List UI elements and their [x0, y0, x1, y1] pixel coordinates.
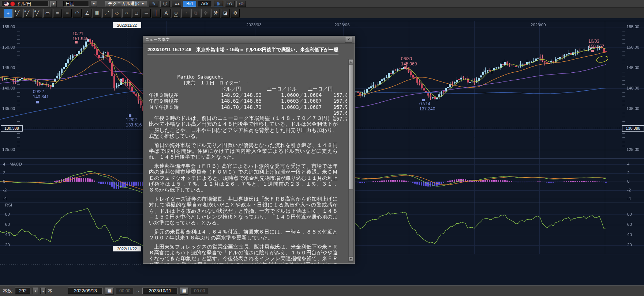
parallel-line-icon: ＝	[55, 10, 60, 16]
annotation-date: 12/02	[126, 117, 142, 122]
to-date-input[interactable]: 2023/10/11	[142, 288, 177, 294]
fibonacci-fan-tool[interactable]: ∠	[83, 9, 91, 18]
scrollbar[interactable]: ▲ ▼	[348, 59, 353, 262]
vertical-lines-tool[interactable]: ‖‖	[93, 9, 101, 18]
news-window-title: ニュース本文	[145, 37, 170, 42]
crosshair-tool[interactable]: ＋	[4, 9, 12, 18]
chevron-down-icon: ▼	[34, 290, 37, 292]
price-axis-label: 135.00	[2, 106, 15, 111]
price-axis-label: 145.00	[2, 65, 15, 70]
close-icon[interactable]: ✕	[345, 37, 352, 43]
to-calendar-icon[interactable]: ▦	[180, 288, 188, 295]
news-body: Mariko Sakaguchi ［東京 １１日 ロイター］ - ドル／円 ユー…	[143, 57, 347, 263]
zoom-in-icon[interactable]: ↕⊕	[236, 1, 246, 7]
ruler-icon: ▭	[45, 10, 50, 16]
scroll-down-icon[interactable]: ▼	[349, 257, 353, 261]
selected-date-label: 2022/11/22	[113, 246, 141, 251]
price-axis-label: 125.00	[2, 147, 15, 152]
zoom-out-icon[interactable]: ↕⊖	[225, 1, 235, 7]
chart-annotation: 10/21151.945	[72, 31, 88, 41]
draw-mode-icon[interactable]: ✎	[149, 1, 158, 7]
fibonacci-arc-icon: ◠	[75, 10, 79, 16]
annotation-date: 10/21	[72, 31, 88, 36]
wrench-tool[interactable]: ⚒	[211, 9, 220, 18]
text-tool[interactable]: A	[162, 9, 171, 18]
chart-annotation: 09/22140.341	[33, 89, 49, 99]
vertical-line-tool[interactable]: │	[152, 9, 161, 18]
ruler-tool[interactable]: ▭	[43, 9, 52, 18]
rates-header-eurjpy: ユーロ／円	[308, 86, 333, 92]
fibonacci-fan-icon: ∠	[85, 10, 89, 16]
trendline3-tool[interactable]: ╱3	[33, 9, 42, 18]
rsi-pane-title: RSI	[5, 203, 12, 207]
chart-annotation: 12/02133.616	[126, 117, 142, 128]
scroll-up-icon[interactable]: ▲	[349, 59, 353, 64]
macd-pane-title: MACD	[10, 162, 22, 166]
news-window-titlebar[interactable]: ニュース本文 ✕	[143, 36, 355, 43]
price-axis-label: 145.00	[626, 65, 639, 70]
bottom-bar: 本数: 292 ▼ ▲ 本 2022/09/13 ▦ 00:00 ～ 2023/…	[0, 285, 644, 296]
settings-tool[interactable]: ⚙	[231, 9, 240, 18]
copy-icon: ⧉	[194, 10, 197, 16]
copy-tool[interactable]: ⧉	[191, 9, 200, 18]
pentagon-tool[interactable]: ◇	[112, 9, 121, 18]
vertical-line-icon: │	[155, 10, 158, 16]
news-paragraph: 上田東短フォレックスの営業企画室室長、阪井勇蔵氏は、米金利低下や米ＦＲＢ高官によ…	[149, 244, 338, 263]
horizontal-line-tool[interactable]: ─	[142, 9, 151, 18]
bid-button[interactable]: Bid	[183, 1, 196, 7]
annotation-date: 06/30	[401, 56, 417, 61]
count-increment-button[interactable]: ▲	[40, 288, 46, 294]
vertical-lines-icon: ‖‖	[95, 10, 99, 16]
trendline1-icon: ╱	[16, 10, 19, 16]
price-axis-label: 125.00	[626, 147, 639, 152]
parallel-line-tool[interactable]: ＝	[53, 9, 62, 18]
icon-stamp-tool[interactable]: ☺icon	[172, 9, 180, 18]
info-icon[interactable]: ⓘ	[160, 1, 170, 7]
rates-row: 午後３時現在148.92／148.931.0600／1.0604157.87／1…	[143, 92, 347, 98]
tool-badge: 3	[34, 9, 36, 12]
ellipse-tool[interactable]: ○	[122, 9, 131, 18]
area-chart-icon[interactable]: ▲▲	[172, 1, 181, 7]
annotation-price: 151.945	[72, 36, 88, 41]
rectangle-icon: □	[135, 10, 138, 16]
news-headline: 2023/10/11 15:17:46 東京外為市場・15時＝ドル148円後半で…	[147, 46, 349, 54]
annotation-date: 09/22	[33, 89, 49, 94]
rsi-axis-label: 60	[627, 222, 632, 227]
gann-fan-tool[interactable]: ⋰	[102, 9, 111, 18]
timeframe-dropdown-button[interactable]: ▼	[91, 1, 97, 7]
undo-history-icon: ◔	[184, 10, 187, 16]
currency-pair-select[interactable]: ドル/円	[2, 1, 49, 7]
gann-fan-icon: ⋰	[105, 10, 109, 16]
trendline2-tool[interactable]: ╱2	[23, 9, 32, 18]
trendline1-tool[interactable]: ╱1	[14, 9, 22, 18]
candlestick-view-icon[interactable]: |ı|ı	[214, 1, 223, 7]
annotation-price: 133.616	[126, 122, 142, 128]
rectangle-tool[interactable]: □	[132, 9, 141, 18]
bid-label: Bid	[186, 1, 192, 6]
news-dateline: ［東京 １１日 ロイター］ -	[143, 80, 347, 86]
eraser-tool[interactable]: ◪	[221, 9, 230, 18]
chevron-up-icon: ▲	[42, 290, 44, 292]
annotation-price: 150.157	[588, 44, 604, 49]
rates-header-eurusd: ユーロ／ドル	[267, 86, 297, 92]
undo-history-tool[interactable]: ◔	[181, 9, 190, 18]
ask-button[interactable]: Ask	[198, 1, 212, 7]
jp-flag-icon	[10, 1, 15, 6]
pair-dropdown-button[interactable]: ▼	[50, 1, 57, 7]
scrollbar-thumb[interactable]	[349, 64, 353, 190]
tool-badge: 1	[15, 9, 16, 12]
time-axis-label: 2023/06	[334, 23, 350, 27]
bar-count-input[interactable]: 292	[15, 288, 30, 294]
technical-select-button[interactable]: テクニカル選択 ▼	[105, 1, 147, 7]
from-calendar-icon[interactable]: ▦	[105, 288, 114, 295]
bar-count-unit: 本	[48, 288, 52, 294]
rates-table: ドル／円 ユーロ／ドル ユーロ／円 午後３時現在148.92／148.931.0…	[143, 86, 347, 110]
timeframe-select[interactable]: 日足	[63, 1, 89, 7]
fibonacci-arc-tool[interactable]: ◠	[73, 9, 82, 18]
hand-tool[interactable]: ✜	[201, 9, 210, 18]
multi-line-tool[interactable]: ≡	[63, 9, 72, 18]
count-decrement-button[interactable]: ▼	[33, 288, 38, 294]
annotation-marker-icon	[36, 101, 39, 103]
from-date-input[interactable]: 2022/09/13	[68, 288, 103, 294]
trendline3-icon: ╱	[36, 10, 39, 16]
